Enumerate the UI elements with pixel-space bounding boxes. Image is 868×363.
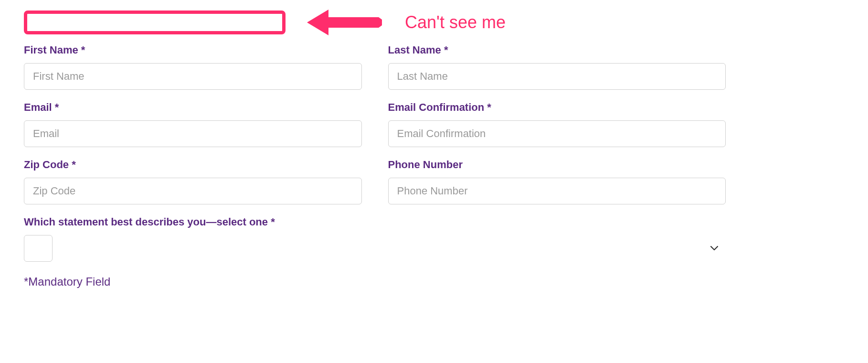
annotation-text: Can't see me xyxy=(405,12,506,32)
zip-code-label: Zip Code * xyxy=(24,159,362,171)
phone-field: Phone Number xyxy=(388,159,726,204)
phone-input[interactable] xyxy=(388,178,726,204)
arrow-left-icon xyxy=(302,6,383,39)
annotation-row: Can't see me xyxy=(24,6,844,39)
form-grid: First Name * Last Name * Email * Email C… xyxy=(24,44,726,262)
last-name-label: Last Name * xyxy=(388,44,726,56)
phone-label: Phone Number xyxy=(388,159,726,171)
chevron-down-icon xyxy=(710,244,718,253)
email-confirm-label: Email Confirmation * xyxy=(388,101,726,114)
email-field: Email * xyxy=(24,101,362,147)
email-confirm-input[interactable] xyxy=(388,120,726,147)
mandatory-note: *Mandatory Field xyxy=(24,275,844,288)
highlight-box xyxy=(24,11,286,34)
zip-code-field: Zip Code * xyxy=(24,159,362,204)
email-input[interactable] xyxy=(24,120,362,147)
statement-field: Which statement best describes you—selec… xyxy=(24,216,726,262)
first-name-field: First Name * xyxy=(24,44,362,90)
statement-label: Which statement best describes you—selec… xyxy=(24,216,726,228)
first-name-input[interactable] xyxy=(24,63,362,90)
zip-code-input[interactable] xyxy=(24,178,362,204)
last-name-field: Last Name * xyxy=(388,44,726,90)
email-label: Email * xyxy=(24,101,362,114)
statement-select[interactable] xyxy=(24,235,53,262)
last-name-input[interactable] xyxy=(388,63,726,90)
first-name-label: First Name * xyxy=(24,44,362,56)
email-confirm-field: Email Confirmation * xyxy=(388,101,726,147)
